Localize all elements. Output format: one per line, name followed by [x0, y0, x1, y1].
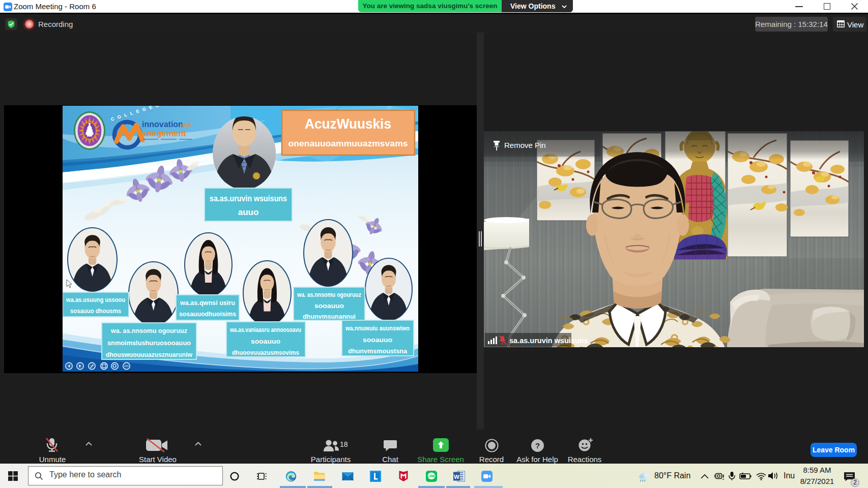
- svg-text:anagement: anagement: [142, 129, 187, 138]
- svg-text:wa.nnuwuiu auunswiwo: wa.nnuwuiu auunswiwo: [345, 325, 410, 332]
- svg-text:AcuzWuuskis: AcuzWuuskis: [305, 116, 391, 132]
- svg-text:sosauuo dhousms: sosauuo dhousms: [70, 307, 121, 315]
- svg-text:onenauuoammuuazmsvams: onenauuoammuuazmsvams: [288, 139, 408, 148]
- svg-text:sosauuodhuoisims: sosauuodhuoisims: [179, 310, 236, 318]
- svg-text:sa.as.uruvin wsuisuns: sa.as.uruvin wsuisuns: [210, 194, 287, 203]
- svg-text:snmoimslushuruosooauuo: snmoimslushuruosooauuo: [107, 339, 191, 347]
- svg-text:dhunvmsmoustsna: dhunvmsmoustsna: [348, 347, 407, 355]
- svg-text:wa.as.vaniaasru annoosoavu: wa.as.vaniaasru annoosoavu: [229, 326, 301, 333]
- svg-text:wa. as.nnsomu ogouruuz: wa. as.nnsomu ogouruuz: [110, 327, 187, 334]
- svg-text:wa. as.nnsomu ogouruuz: wa. as.nnsomu ogouruuz: [297, 291, 361, 298]
- svg-text:innovation: innovation: [142, 120, 183, 129]
- svg-text:LINE: LINE: [428, 474, 436, 478]
- svg-text:dhuoovuuazusmsovims: dhuoovuuazusmsovims: [232, 349, 299, 356]
- svg-text:W: W: [454, 474, 459, 480]
- svg-text:auuo: auuo: [238, 207, 259, 217]
- svg-text:dhunvmsunannui: dhunvmsunannui: [303, 313, 356, 320]
- svg-text:sa.as.uruvin wsuisuns: sa.as.uruvin wsuisuns: [509, 337, 588, 345]
- svg-text:sooauuo: sooauuo: [363, 336, 392, 344]
- svg-text:wa.as.qwnsi usiru: wa.as.qwnsi usiru: [180, 299, 235, 307]
- svg-text:?: ?: [535, 441, 540, 450]
- svg-text:dhouswuouuuazusznuaruniw: dhouswuouuuazusznuaruniw: [106, 351, 192, 358]
- svg-text:sooauuo: sooauuo: [314, 302, 344, 310]
- svg-text:sooauuo: sooauuo: [251, 338, 280, 345]
- svg-text:wa.as.usuung ussoou: wa.as.usuung ussoou: [66, 296, 125, 303]
- svg-text:and: and: [181, 121, 191, 128]
- svg-text:Remove Pin: Remove Pin: [504, 141, 546, 149]
